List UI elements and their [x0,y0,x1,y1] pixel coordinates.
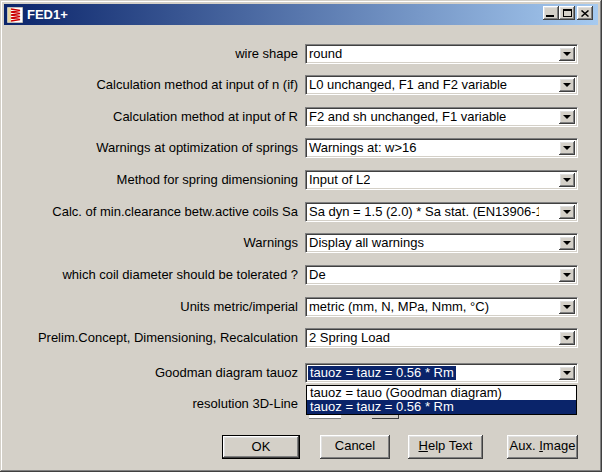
combo-wire-shape[interactable]: round [305,44,578,64]
chevron-down-icon [563,273,571,277]
combo-warnings-optimization[interactable]: Warnings at: w>16 [305,138,578,158]
combo-value: De [309,268,326,282]
chevron-down-icon [563,178,571,182]
dropdown-arrow-button[interactable] [559,47,575,61]
resolution-3d-line-button-sliver[interactable] [372,415,399,419]
dropdown-arrow-button[interactable] [559,236,575,250]
chevron-down-icon [563,83,571,87]
combo-value: 2 Spring Load [309,331,390,345]
dropdown-arrow-button[interactable] [559,331,575,345]
row-min-clearance: Calc. of min.clearance betw.active coils… [0,202,602,222]
chevron-down-icon [563,146,571,150]
field-label: Warnings at optimization of springs [96,138,298,158]
chevron-down-icon [563,241,571,245]
field-label: wire shape [235,44,298,64]
combo-min-clearance[interactable]: Sa dyn = 1.5 (2.0) * Sa stat. (EN13906-1… [305,202,578,222]
combo-value: F2 and sh unchanged, F1 variable [309,110,506,124]
combo-dimensioning-method[interactable]: Input of L2 [305,170,578,190]
cancel-button[interactable]: Cancel [320,435,390,459]
close-button[interactable] [577,6,593,20]
minimize-button[interactable] [543,6,559,20]
combo-value: Input of L2 [309,173,370,187]
row-units: Units metric/imperial metric (mm, N, MPa… [0,297,602,317]
combo-value: Sa dyn = 1.5 (2.0) * Sa stat. (EN13906-1… [309,205,539,219]
dropdown-arrow-button[interactable] [559,205,575,219]
dropdown-arrow-button[interactable] [559,366,575,380]
row-calc-method-n: Calculation method at input of n (if) L0… [0,75,602,95]
dropdown-arrow-button[interactable] [559,300,575,314]
chevron-down-icon [563,305,571,309]
combo-value: metric (mm, N, MPa, Nmm, °C) [309,300,489,314]
spring-app-icon [7,7,23,23]
field-label: Calc. of min.clearance betw.active coils… [52,202,298,222]
fed1-dialog-window: FED1+ wire shape round Calculation metho… [0,0,602,472]
chevron-down-icon [563,52,571,56]
row-dimensioning-method: Method for spring dimensioning Input of … [0,170,602,190]
chevron-down-icon [563,115,571,119]
field-label: Calculation method at input of R [113,107,298,127]
field-label: Units metric/imperial [180,297,298,317]
field-label: Goodman diagram tauoz [155,363,298,383]
dropdown-arrow-button[interactable] [559,173,575,187]
aux-image-button[interactable]: Aux. Image [507,435,578,459]
field-label: resolution 3D-Line [192,394,298,414]
combo-value: Display all warnings [309,236,424,250]
titlebar[interactable]: FED1+ [4,4,598,25]
help-text-button[interactable]: Help Text [408,435,483,459]
chevron-down-icon [563,210,571,214]
dropdown-arrow-button[interactable] [559,141,575,155]
combo-calc-method-r[interactable]: F2 and sh unchanged, F1 variable [305,107,578,127]
row-calc-method-r: Calculation method at input of R F2 and … [0,107,602,127]
combo-goodman-diagram[interactable]: tauoz = tauz = 0.56 * Rm [305,363,578,383]
maximize-button[interactable] [559,6,575,20]
combo-value: round [309,47,342,61]
close-icon [581,10,589,17]
row-warnings-optimization: Warnings at optimization of springs Warn… [0,138,602,158]
combo-prelim-concept[interactable]: 2 Spring Load [305,328,578,348]
row-warnings: Warnings Display all warnings [0,233,602,253]
row-prelim-concept: Prelim.Concept, Dimensioning, Recalculat… [0,328,602,348]
dropdown-arrow-button[interactable] [559,78,575,92]
combo-value: L0 unchanged, F1 and F2 variable [309,78,507,92]
minimize-icon [546,15,554,17]
ok-button[interactable]: OK [222,435,300,459]
combo-warnings[interactable]: Display all warnings [305,233,578,253]
field-label: Warnings [244,233,298,253]
resolution-3d-line-field-sliver[interactable] [309,415,341,419]
goodman-dropdown-list: tauoz = tauo (Goodman diagram) tauoz = t… [306,385,577,415]
dropdown-option[interactable]: tauoz = tauo (Goodman diagram) [307,386,576,400]
dropdown-arrow-button[interactable] [559,110,575,124]
chevron-down-icon [563,336,571,340]
window-title: FED1+ [27,7,68,22]
combo-units[interactable]: metric (mm, N, MPa, Nmm, °C) [305,297,578,317]
chevron-down-icon [563,371,571,375]
combo-value-selected: tauoz = tauz = 0.56 * Rm [308,366,456,380]
field-label: Method for spring dimensioning [117,170,298,190]
maximize-icon [563,9,572,17]
combo-value: Warnings at: w>16 [309,141,417,155]
field-label: Calculation method at input of n (if) [96,75,298,95]
row-tolerated-diameter: which coil diameter should be tolerated … [0,265,602,285]
combo-tolerated-diameter[interactable]: De [305,265,578,285]
dropdown-arrow-button[interactable] [559,268,575,282]
dropdown-option-highlighted[interactable]: tauoz = tauz = 0.56 * Rm [307,400,576,414]
field-label: which coil diameter should be tolerated … [62,265,298,285]
row-wire-shape: wire shape round [0,44,602,64]
field-label: Prelim.Concept, Dimensioning, Recalculat… [38,328,298,348]
combo-calc-method-n[interactable]: L0 unchanged, F1 and F2 variable [305,75,578,95]
row-goodman-diagram: Goodman diagram tauoz tauoz = tauz = 0.5… [0,363,602,383]
